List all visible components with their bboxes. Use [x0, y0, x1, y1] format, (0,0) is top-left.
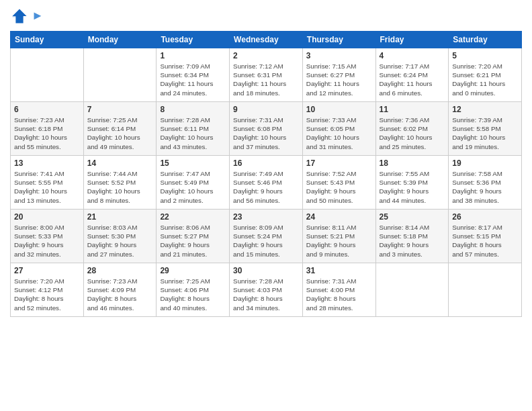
day-number: 5 — [452, 51, 518, 60]
week-row-5: 27Sunrise: 7:20 AM Sunset: 4:12 PM Dayli… — [11, 263, 522, 317]
week-row-4: 20Sunrise: 8:00 AM Sunset: 5:33 PM Dayli… — [11, 210, 522, 263]
calendar-cell: 21Sunrise: 8:03 AM Sunset: 5:30 PM Dayli… — [83, 210, 157, 263]
calendar-cell: 23Sunrise: 8:09 AM Sunset: 5:24 PM Dayli… — [230, 210, 303, 263]
day-info: Sunrise: 7:52 AM Sunset: 5:43 PM Dayligh… — [306, 169, 372, 205]
calendar-cell: 26Sunrise: 8:17 AM Sunset: 5:15 PM Dayli… — [449, 210, 522, 263]
weekday-header-monday: Monday — [83, 32, 157, 48]
calendar-cell: 25Sunrise: 8:14 AM Sunset: 5:18 PM Dayli… — [375, 210, 449, 263]
calendar-cell: 16Sunrise: 7:49 AM Sunset: 5:46 PM Dayli… — [230, 156, 303, 210]
calendar-cell: 30Sunrise: 7:28 AM Sunset: 4:03 PM Dayli… — [230, 263, 303, 317]
day-info: Sunrise: 7:33 AM Sunset: 6:05 PM Dayligh… — [306, 116, 372, 151]
day-number: 21 — [87, 212, 153, 222]
day-info: Sunrise: 7:23 AM Sunset: 6:18 PM Dayligh… — [14, 116, 80, 151]
day-info: Sunrise: 7:41 AM Sunset: 5:55 PM Dayligh… — [14, 169, 80, 205]
calendar-cell: 15Sunrise: 7:47 AM Sunset: 5:49 PM Dayli… — [157, 156, 230, 210]
calendar-cell — [449, 263, 522, 317]
day-number: 4 — [380, 51, 445, 60]
calendar-cell: 12Sunrise: 7:39 AM Sunset: 5:58 PM Dayli… — [449, 102, 522, 156]
calendar-cell: 19Sunrise: 7:58 AM Sunset: 5:36 PM Dayli… — [449, 156, 522, 210]
day-number: 19 — [452, 158, 518, 168]
day-info: Sunrise: 8:14 AM Sunset: 5:18 PM Dayligh… — [380, 223, 445, 259]
day-number: 2 — [233, 51, 299, 60]
calendar-cell: 24Sunrise: 8:11 AM Sunset: 5:21 PM Dayli… — [302, 210, 375, 263]
day-info: Sunrise: 7:20 AM Sunset: 4:12 PM Dayligh… — [14, 277, 80, 312]
calendar-cell: 27Sunrise: 7:20 AM Sunset: 4:12 PM Dayli… — [11, 263, 84, 317]
calendar-cell: 9Sunrise: 7:31 AM Sunset: 6:08 PM Daylig… — [230, 102, 303, 156]
weekday-header-wednesday: Wednesday — [230, 32, 303, 48]
day-number: 8 — [160, 105, 226, 114]
day-number: 29 — [160, 266, 226, 275]
day-info: Sunrise: 8:09 AM Sunset: 5:24 PM Dayligh… — [233, 223, 299, 259]
day-number: 31 — [306, 266, 372, 275]
calendar-cell: 17Sunrise: 7:52 AM Sunset: 5:43 PM Dayli… — [302, 156, 375, 210]
day-number: 15 — [160, 158, 226, 168]
day-info: Sunrise: 7:25 AM Sunset: 6:14 PM Dayligh… — [87, 116, 153, 151]
day-info: Sunrise: 7:55 AM Sunset: 5:39 PM Dayligh… — [380, 169, 445, 205]
logo-icon — [10, 7, 29, 26]
day-info: Sunrise: 7:58 AM Sunset: 5:36 PM Dayligh… — [452, 169, 518, 205]
day-info: Sunrise: 7:23 AM Sunset: 4:09 PM Dayligh… — [87, 277, 153, 312]
day-info: Sunrise: 7:47 AM Sunset: 5:49 PM Dayligh… — [160, 169, 226, 205]
calendar-cell: 3Sunrise: 7:15 AM Sunset: 6:27 PM Daylig… — [302, 48, 375, 102]
day-number: 20 — [14, 212, 80, 222]
calendar-cell: 28Sunrise: 7:23 AM Sunset: 4:09 PM Dayli… — [83, 263, 157, 317]
calendar-cell: 22Sunrise: 8:06 AM Sunset: 5:27 PM Dayli… — [157, 210, 230, 263]
weekday-header-sunday: Sunday — [11, 32, 84, 48]
calendar-cell: 14Sunrise: 7:44 AM Sunset: 5:52 PM Dayli… — [83, 156, 157, 210]
day-number: 26 — [452, 212, 518, 222]
calendar-cell: 10Sunrise: 7:33 AM Sunset: 6:05 PM Dayli… — [302, 102, 375, 156]
day-info: Sunrise: 7:12 AM Sunset: 6:31 PM Dayligh… — [233, 62, 299, 97]
day-number: 18 — [380, 158, 445, 168]
calendar-cell — [83, 48, 157, 102]
day-number: 17 — [306, 158, 372, 168]
day-info: Sunrise: 7:39 AM Sunset: 5:58 PM Dayligh… — [452, 116, 518, 151]
calendar-cell: 4Sunrise: 7:17 AM Sunset: 6:24 PM Daylig… — [375, 48, 449, 102]
day-number: 1 — [160, 51, 226, 60]
day-number: 6 — [14, 105, 80, 114]
calendar-table: SundayMondayTuesdayWednesdayThursdayFrid… — [10, 31, 522, 317]
day-number: 22 — [160, 212, 226, 222]
svg-marker-1 — [13, 9, 27, 17]
weekday-header-tuesday: Tuesday — [157, 32, 230, 48]
calendar-cell: 11Sunrise: 7:36 AM Sunset: 6:02 PM Dayli… — [375, 102, 449, 156]
day-number: 16 — [233, 158, 299, 168]
day-number: 27 — [14, 266, 80, 275]
calendar-cell: 5Sunrise: 7:20 AM Sunset: 6:21 PM Daylig… — [449, 48, 522, 102]
weekday-header-thursday: Thursday — [302, 32, 375, 48]
calendar-cell: 31Sunrise: 7:31 AM Sunset: 4:00 PM Dayli… — [302, 263, 375, 317]
day-info: Sunrise: 8:03 AM Sunset: 5:30 PM Dayligh… — [87, 223, 153, 259]
day-info: Sunrise: 7:49 AM Sunset: 5:46 PM Dayligh… — [233, 169, 299, 205]
day-info: Sunrise: 8:11 AM Sunset: 5:21 PM Dayligh… — [306, 223, 372, 259]
day-info: Sunrise: 7:25 AM Sunset: 4:06 PM Dayligh… — [160, 277, 226, 312]
calendar-cell: 1Sunrise: 7:09 AM Sunset: 6:34 PM Daylig… — [157, 48, 230, 102]
logo: ► — [10, 7, 44, 26]
day-number: 25 — [380, 212, 445, 222]
day-info: Sunrise: 7:09 AM Sunset: 6:34 PM Dayligh… — [160, 62, 226, 97]
calendar-cell: 20Sunrise: 8:00 AM Sunset: 5:33 PM Dayli… — [11, 210, 84, 263]
day-number: 23 — [233, 212, 299, 222]
weekday-header-friday: Friday — [375, 32, 449, 48]
day-info: Sunrise: 7:31 AM Sunset: 6:08 PM Dayligh… — [233, 116, 299, 151]
day-info: Sunrise: 7:20 AM Sunset: 6:21 PM Dayligh… — [452, 62, 518, 97]
day-number: 3 — [306, 51, 372, 60]
weekday-header-row: SundayMondayTuesdayWednesdayThursdayFrid… — [11, 32, 522, 48]
logo-text: ► — [32, 9, 44, 23]
week-row-3: 13Sunrise: 7:41 AM Sunset: 5:55 PM Dayli… — [11, 156, 522, 210]
day-number: 12 — [452, 105, 518, 114]
day-number: 13 — [14, 158, 80, 168]
day-info: Sunrise: 7:28 AM Sunset: 6:11 PM Dayligh… — [160, 116, 226, 151]
calendar-cell: 29Sunrise: 7:25 AM Sunset: 4:06 PM Dayli… — [157, 263, 230, 317]
calendar-cell: 7Sunrise: 7:25 AM Sunset: 6:14 PM Daylig… — [83, 102, 157, 156]
day-info: Sunrise: 8:17 AM Sunset: 5:15 PM Dayligh… — [452, 223, 518, 259]
weekday-header-saturday: Saturday — [449, 32, 522, 48]
day-info: Sunrise: 7:28 AM Sunset: 4:03 PM Dayligh… — [233, 277, 299, 312]
calendar-cell: 6Sunrise: 7:23 AM Sunset: 6:18 PM Daylig… — [11, 102, 84, 156]
day-info: Sunrise: 7:31 AM Sunset: 4:00 PM Dayligh… — [306, 277, 372, 312]
day-number: 30 — [233, 266, 299, 275]
day-info: Sunrise: 8:06 AM Sunset: 5:27 PM Dayligh… — [160, 223, 226, 259]
week-row-1: 1Sunrise: 7:09 AM Sunset: 6:34 PM Daylig… — [11, 48, 522, 102]
calendar-cell: 2Sunrise: 7:12 AM Sunset: 6:31 PM Daylig… — [230, 48, 303, 102]
calendar-cell: 8Sunrise: 7:28 AM Sunset: 6:11 PM Daylig… — [157, 102, 230, 156]
day-number: 7 — [87, 105, 153, 114]
day-number: 9 — [233, 105, 299, 114]
